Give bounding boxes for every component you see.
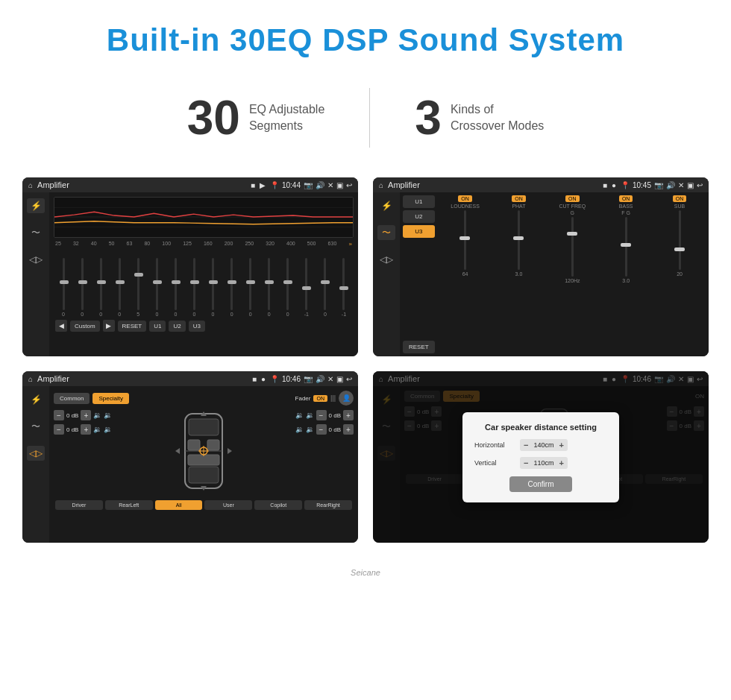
xover-cutfreq-on[interactable]: ON xyxy=(565,195,580,202)
eq-slider-10[interactable]: 0 xyxy=(242,258,259,317)
sp-specialty-tab[interactable]: Specialty xyxy=(92,393,128,404)
sp-camera-icon: 📷 xyxy=(304,375,313,383)
eq-reset-btn[interactable]: RESET xyxy=(118,321,147,332)
eq-u3-btn[interactable]: U3 xyxy=(189,321,205,332)
xover-reset-btn[interactable]: RESET xyxy=(403,341,435,353)
eq-slider-12[interactable]: 0 xyxy=(280,258,296,317)
eq-slider-11[interactable]: 0 xyxy=(261,258,277,317)
eq-slider-4[interactable]: 5 xyxy=(130,258,146,317)
screens-grid: ⌂ Amplifier ■ ▶ 📍 10:44 📷 🔊 ✕ ▣ ↩ ⚡ 〜 ◁▷ xyxy=(0,170,731,565)
eq-slider-5[interactable]: 0 xyxy=(148,258,165,317)
xover-bass-slider[interactable] xyxy=(625,217,627,277)
xover-cutfreq-slider[interactable] xyxy=(571,217,574,277)
eq-u2-btn[interactable]: U2 xyxy=(169,321,185,332)
xover-bass-on[interactable]: ON xyxy=(619,195,633,202)
eq-slider-7[interactable]: 0 xyxy=(186,258,202,317)
sp-minus-1[interactable]: − xyxy=(54,424,64,435)
eq-prev-btn[interactable]: ◀ xyxy=(55,320,67,332)
xover-u1-btn[interactable]: U1 xyxy=(403,195,435,208)
sp-person-icon: 👤 xyxy=(339,391,354,406)
svg-rect-6 xyxy=(189,467,219,483)
back-icon[interactable]: ↩ xyxy=(346,181,352,189)
home-icon[interactable]: ⌂ xyxy=(28,181,33,189)
xover-phat-on[interactable]: ON xyxy=(512,195,526,202)
xover-sub-label: SUB xyxy=(674,204,685,209)
dialog-horizontal-plus[interactable]: + xyxy=(559,441,563,450)
eq-slider-0[interactable]: 0 xyxy=(55,258,72,317)
sp-location-icon: 📍 xyxy=(270,375,279,383)
eq-slider-2[interactable]: 0 xyxy=(92,258,109,317)
sp-user-btn[interactable]: User xyxy=(204,500,252,510)
fader-on-badge[interactable]: ON xyxy=(313,395,327,402)
dialog-confirm-button[interactable]: Confirm xyxy=(509,476,571,492)
sp-driver-btn[interactable]: Driver xyxy=(55,500,103,510)
camera-icon: 📷 xyxy=(304,181,313,189)
svg-marker-16 xyxy=(175,448,180,454)
sp-status-icons: 📍 10:46 📷 🔊 ✕ ▣ ↩ xyxy=(270,375,352,383)
sp-rearleft-btn[interactable]: RearLeft xyxy=(105,500,153,510)
dialog-vertical-minus[interactable]: − xyxy=(524,458,528,467)
xover-u3-btn[interactable]: U3 xyxy=(403,225,435,238)
eq-status-icons: 📍 10:44 📷 🔊 ✕ ▣ ↩ xyxy=(270,181,352,189)
xover-filter-icon[interactable]: ⚡ xyxy=(377,198,395,213)
xover-home-icon[interactable]: ⌂ xyxy=(379,181,383,189)
sp-copilot-btn[interactable]: Copilot xyxy=(254,500,302,510)
sp-speaker-icon-2: 🔉 xyxy=(295,412,304,419)
fader-label: Fader xyxy=(295,395,311,402)
sp-plus-3[interactable]: + xyxy=(343,424,354,435)
eq-slider-9[interactable]: 0 xyxy=(224,258,240,317)
eq-slider-13[interactable]: -1 xyxy=(298,258,315,317)
eq-u1-btn[interactable]: U1 xyxy=(149,321,166,332)
sp-x-icon: ✕ xyxy=(327,375,333,383)
eq-filter-icon[interactable]: ⚡ xyxy=(27,198,45,213)
xover-preset-btns: U1 U2 U3 RESET xyxy=(403,195,435,353)
sp-bottom-row: Driver RearLeft All User Copilot RearRig… xyxy=(54,498,354,511)
sp-speaker-icon-3b: 🔉 xyxy=(306,426,314,433)
sp-minus-3[interactable]: − xyxy=(316,424,327,435)
xover-u2-btn[interactable]: U2 xyxy=(403,210,435,223)
eq-slider-1[interactable]: 0 xyxy=(74,258,90,317)
eq-next-btn[interactable]: ▶ xyxy=(103,320,115,332)
sp-time: 10:46 xyxy=(282,375,301,383)
sp-plus-1[interactable]: + xyxy=(81,424,91,435)
dialog-screen: ⌂ Amplifier ■ ● 📍 10:46 📷 🔊 ✕ ▣ ↩ ⚡ 〜 ◁▷ xyxy=(373,371,709,543)
xover-loudness-on[interactable]: ON xyxy=(458,195,472,202)
eq-slider-8[interactable]: 0 xyxy=(205,258,222,317)
sp-volume-icon: 🔊 xyxy=(316,375,324,383)
sp-common-tab[interactable]: Common xyxy=(54,393,90,404)
sp-minus-0[interactable]: − xyxy=(54,410,64,420)
xover-x-icon: ✕ xyxy=(678,181,684,189)
sp-wave-icon[interactable]: 〜 xyxy=(27,419,45,434)
sp-plus-0[interactable]: + xyxy=(81,410,91,420)
eq-custom-btn[interactable]: Custom xyxy=(70,321,100,332)
xover-loudness-slider[interactable] xyxy=(464,210,466,270)
eq-wave-icon[interactable]: 〜 xyxy=(27,225,45,240)
eq-slider-3[interactable]: 0 xyxy=(111,258,128,317)
xover-record-icon: ■ xyxy=(603,181,607,189)
eq-slider-15[interactable]: -1 xyxy=(336,258,352,317)
dialog-title: Car speaker distance setting xyxy=(474,423,607,432)
xover-time: 10:45 xyxy=(633,181,651,189)
eq-slider-14[interactable]: 0 xyxy=(317,258,333,317)
xover-sub-on[interactable]: ON xyxy=(673,195,687,202)
sp-home-icon[interactable]: ⌂ xyxy=(28,375,33,383)
speaker-screen: ⌂ Amplifier ■ ● 📍 10:46 📷 🔊 ✕ ▣ ↩ ⚡ 〜 ◁▷ xyxy=(22,371,358,543)
xover-back-icon[interactable]: ↩ xyxy=(697,181,703,189)
sp-back-icon[interactable]: ↩ xyxy=(346,375,352,383)
sp-volume-nav-icon[interactable]: ◁▷ xyxy=(27,446,45,461)
volume-icon: 🔊 xyxy=(316,181,324,189)
sp-minus-2[interactable]: − xyxy=(316,410,327,420)
xover-sub-slider[interactable] xyxy=(679,210,681,270)
xover-status-bar: ⌂ Amplifier ■ ● 📍 10:45 📷 🔊 ✕ ▣ ↩ xyxy=(373,177,709,192)
xover-wave-icon[interactable]: 〜 xyxy=(377,225,395,240)
dialog-horizontal-minus[interactable]: − xyxy=(524,441,528,450)
sp-plus-2[interactable]: + xyxy=(343,410,354,420)
dialog-vertical-plus[interactable]: + xyxy=(559,458,563,467)
xover-phat-slider[interactable] xyxy=(518,210,520,270)
eq-volume-nav-icon[interactable]: ◁▷ xyxy=(27,252,45,267)
xover-volume-nav-icon[interactable]: ◁▷ xyxy=(377,252,395,267)
eq-slider-6[interactable]: 0 xyxy=(167,258,183,317)
sp-rearright-btn[interactable]: RearRight xyxy=(304,500,352,510)
sp-all-btn[interactable]: All xyxy=(155,500,203,510)
sp-filter-icon[interactable]: ⚡ xyxy=(27,392,45,407)
